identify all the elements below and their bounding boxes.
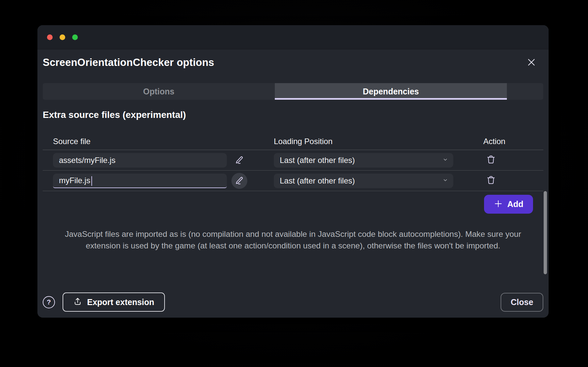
add-button[interactable]: Add	[484, 195, 533, 214]
export-extension-label: Export extension	[87, 297, 154, 307]
source-file-field-wrap	[53, 153, 227, 168]
loading-position-value: Last (after other files)	[280, 156, 355, 165]
close-icon	[526, 57, 536, 68]
dialog-content: ScreenOrientationChecker options Options…	[37, 49, 549, 251]
source-file-input[interactable]	[53, 174, 227, 188]
traffic-light-zoom-button[interactable]	[72, 34, 78, 40]
loading-position-select[interactable]: Last (after other files)	[274, 174, 453, 188]
loading-position-select[interactable]: Last (after other files)	[274, 153, 453, 168]
edit-source-file-button[interactable]	[231, 152, 247, 168]
tab-dependencies[interactable]: Dependencies	[275, 83, 507, 100]
footer-left-group: ? Export extension	[43, 292, 165, 312]
tab-dependencies-label: Dependencies	[363, 87, 419, 96]
dialog-close-button[interactable]	[524, 55, 539, 70]
pencil-icon	[234, 175, 244, 186]
pencil-icon	[234, 155, 244, 166]
window-titlebar	[37, 25, 549, 49]
tab-options-label: Options	[143, 87, 174, 96]
chevron-down-icon	[443, 178, 448, 184]
tab-bar-filler	[507, 83, 543, 100]
delete-row-button[interactable]	[482, 152, 500, 169]
loading-position-value: Last (after other files)	[280, 176, 355, 185]
plus-icon	[494, 199, 503, 209]
active-tab-indicator	[275, 98, 507, 100]
delete-row-button[interactable]	[482, 172, 500, 189]
trash-icon	[486, 154, 496, 166]
table-row: Last (after other files)	[43, 171, 543, 191]
text-cursor	[91, 176, 92, 186]
close-button[interactable]: Close	[501, 293, 543, 312]
edit-source-file-button[interactable]	[231, 173, 247, 189]
column-header-source-file: Source file	[53, 137, 227, 146]
export-extension-button[interactable]: Export extension	[63, 292, 165, 312]
dialog-window: ScreenOrientationChecker options Options…	[37, 25, 549, 318]
trash-icon	[486, 175, 496, 186]
source-file-input[interactable]	[53, 153, 227, 168]
section-heading: Extra source files (experimental)	[43, 110, 543, 120]
source-file-field-wrap	[53, 174, 227, 188]
dialog-header: ScreenOrientationChecker options	[43, 49, 543, 76]
traffic-light-close-button[interactable]	[47, 34, 53, 40]
import-note-text: JavaScript files are imported as is (no …	[48, 228, 538, 251]
chevron-down-icon	[443, 157, 448, 164]
dialog-title: ScreenOrientationChecker options	[43, 57, 214, 69]
traffic-light-minimize-button[interactable]	[60, 34, 65, 40]
help-icon: ?	[47, 298, 51, 306]
add-row: Add	[43, 191, 543, 217]
desktop-background: ScreenOrientationChecker options Options…	[0, 0, 588, 367]
table-header-row: Source file Loading Position Action	[43, 133, 543, 150]
tab-bar: Options Dependencies	[43, 83, 543, 100]
column-header-action: Action	[483, 137, 506, 146]
tab-options[interactable]: Options	[43, 83, 275, 100]
column-header-loading-position: Loading Position	[274, 137, 453, 146]
table-row: Last (after other files)	[43, 150, 543, 171]
dialog-footer: ? Export extension Close	[43, 292, 543, 312]
upload-icon	[73, 297, 82, 307]
scrollbar-thumb[interactable]	[544, 191, 547, 274]
add-button-label: Add	[507, 199, 523, 209]
help-button[interactable]: ?	[43, 296, 55, 308]
